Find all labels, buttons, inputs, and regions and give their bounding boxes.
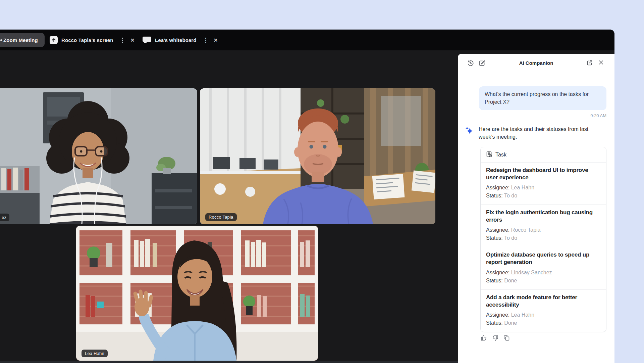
pop-out-icon[interactable] <box>586 59 594 67</box>
task-title: Add a dark mode feature for better acces… <box>486 294 601 309</box>
ai-response-text: Here are the tasks and their statuses fr… <box>479 125 597 141</box>
tab-label: Zoom Meeting <box>3 37 38 43</box>
desktop: Zoom Meeting Rocco Tapia’s screen ⋮ ✕ Le… <box>0 0 644 363</box>
ai-companion-sparkle-icon <box>465 126 473 135</box>
task-title: Redesign the dashboard UI to improve use… <box>486 167 601 181</box>
task-row: Fix the login authentication bug causing… <box>481 205 606 247</box>
participant-name-label: ez <box>0 214 9 221</box>
task-row: Optimize database queries to speed up re… <box>481 247 606 289</box>
tab-whiteboard[interactable]: Lea’s whiteboard ⋮ ✕ <box>143 30 218 50</box>
status-value: To do <box>504 193 517 198</box>
copy-icon[interactable] <box>503 334 510 342</box>
participant-name-label: Lea Hahn <box>82 350 108 357</box>
video-tile-lea[interactable]: Lea Hahn <box>76 226 318 361</box>
assignee-label: Assignee: <box>486 227 509 233</box>
task-card-title: Task <box>495 152 506 158</box>
user-message-bubble: What’s the current progress on the tasks… <box>479 86 606 110</box>
tab-close-icon[interactable]: ✕ <box>130 38 136 43</box>
task-card-header: Task <box>481 147 606 163</box>
assignee-value: Lea Hahn <box>511 312 534 318</box>
tab-close-icon[interactable]: ✕ <box>213 38 219 43</box>
assignee-label: Assignee: <box>486 270 509 275</box>
thumbs-up-icon[interactable] <box>480 334 487 342</box>
tab-menu-icon[interactable]: ⋮ <box>202 37 209 43</box>
zoom-meeting-window: Zoom Meeting Rocco Tapia’s screen ⋮ ✕ Le… <box>0 30 614 363</box>
status-value: Done <box>504 278 517 283</box>
tab-menu-icon[interactable]: ⋮ <box>119 37 126 43</box>
assignee-value: Lindsay Sanchez <box>511 270 552 275</box>
participant-name-label: Rocco Tapia <box>205 213 237 221</box>
task-list-icon <box>486 151 492 159</box>
status-label: Status: <box>486 193 503 198</box>
status-label: Status: <box>486 320 503 326</box>
task-row: Redesign the dashboard UI to improve use… <box>481 163 606 205</box>
assignee-value: Lea Hahn <box>511 185 534 190</box>
assignee-label: Assignee: <box>486 185 509 190</box>
video-tile-rocco[interactable]: Rocco Tapia <box>200 88 435 224</box>
whiteboard-icon <box>143 37 151 43</box>
assignee-label: Assignee: <box>486 312 509 318</box>
task-row: Add a dark mode feature for better acces… <box>481 290 606 332</box>
tab-zoom-meeting[interactable]: Zoom Meeting <box>0 33 45 47</box>
assignee-value: Rocco Tapia <box>511 227 541 233</box>
window-bottom-edge <box>0 361 458 363</box>
status-value: To do <box>504 235 517 241</box>
tab-label: Rocco Tapia’s screen <box>61 37 113 43</box>
ai-companion-panel: AI Companion What’s the current progress… <box>458 54 614 363</box>
panel-header: AI Companion <box>458 54 614 73</box>
video-tile-lindsay[interactable]: ez <box>0 88 197 224</box>
message-timestamp: 9:20 AM <box>590 113 606 118</box>
tab-label: Lea’s whiteboard <box>155 37 197 43</box>
active-tab-icon <box>0 39 2 41</box>
task-card: Task Redesign the dashboard UI to improv… <box>480 147 606 332</box>
share-screen-icon <box>50 36 58 44</box>
close-icon[interactable] <box>598 59 605 67</box>
window-tab-bar: Zoom Meeting Rocco Tapia’s screen ⋮ ✕ Le… <box>0 30 614 50</box>
task-title: Fix the login authentication bug causing… <box>486 209 601 224</box>
feedback-row <box>480 334 510 342</box>
tab-screen-share[interactable]: Rocco Tapia’s screen ⋮ ✕ <box>50 30 135 50</box>
participant-video-scene <box>200 88 435 224</box>
status-label: Status: <box>486 278 503 283</box>
participant-video-scene <box>76 226 318 361</box>
status-value: Done <box>504 320 517 326</box>
participant-video-scene <box>0 88 197 224</box>
status-label: Status: <box>486 235 503 241</box>
task-title: Optimize database queries to speed up re… <box>486 251 601 266</box>
thumbs-down-icon[interactable] <box>492 334 499 342</box>
